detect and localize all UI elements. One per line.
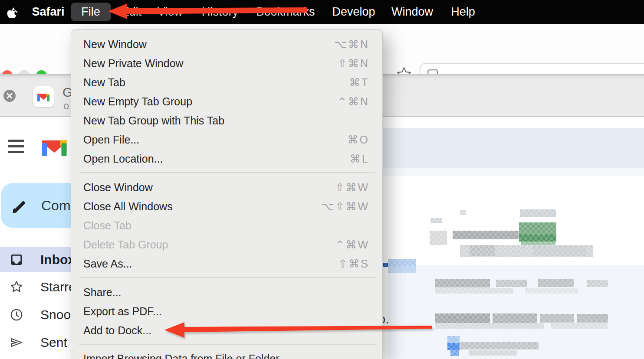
menu-separator: [79, 172, 375, 173]
close-icon: [7, 93, 13, 99]
menu-item-new-tab[interactable]: New Tab⌘T: [71, 73, 382, 92]
gmail-logo-icon: [42, 137, 67, 156]
sidebar-item-snoozed[interactable]: Snoozed: [0, 302, 82, 327]
star-outline-icon: [10, 280, 23, 294]
menu-item-open-location[interactable]: Open Location...⌘L: [71, 149, 382, 168]
menu-item-import-browsing-data[interactable]: Import Browsing Data from File or Folder: [71, 349, 382, 359]
menu-item-close-tab: Close Tab: [71, 216, 382, 235]
macos-menubar: Safari File Edit View History Bookmarks …: [0, 0, 644, 24]
menubar-item-help[interactable]: Help: [451, 0, 475, 24]
menu-item-new-private-window[interactable]: New Private Window⇧⌘N: [71, 54, 382, 73]
menu-item-share[interactable]: Share...: [71, 283, 382, 302]
menubar-item-edit[interactable]: Edit: [122, 0, 142, 24]
file-menu-panel: New Window⌥⌘N New Private Window⇧⌘N New …: [71, 29, 383, 359]
menu-item-open-file[interactable]: Open File...⌘O: [71, 130, 382, 149]
gmail-menu-icon[interactable]: [8, 140, 24, 153]
banner-subtitle-fragment: o: [63, 100, 69, 112]
menubar-item-bookmarks[interactable]: Bookmarks: [256, 0, 315, 24]
menu-separator: [79, 344, 375, 345]
banner-close-button[interactable]: [3, 90, 16, 102]
menu-item-close-all-windows[interactable]: Close All Windows⌥⇧⌘W: [71, 197, 382, 216]
apple-icon[interactable]: [6, 6, 17, 18]
menu-item-new-window[interactable]: New Window⌥⌘N: [71, 35, 382, 54]
sidebar-item-starred[interactable]: Starred: [0, 274, 82, 300]
gmail-app-icon: [33, 86, 54, 107]
pencil-icon: [11, 197, 29, 214]
menubar-item-file[interactable]: File: [81, 0, 100, 24]
menubar-item-window[interactable]: Window: [391, 0, 433, 24]
inbox-icon: [10, 253, 23, 267]
clock-icon: [10, 308, 23, 322]
menu-item-delete-tab-group: Delete Tab Group⌃⌘W: [71, 235, 382, 254]
send-icon: [10, 336, 23, 349]
menu-item-new-empty-tab-group[interactable]: New Empty Tab Group⌃⌘N: [71, 92, 382, 111]
menubar-item-view[interactable]: View: [158, 0, 183, 24]
menu-item-export-as-pdf[interactable]: Export as PDF...: [71, 302, 382, 321]
menubar-item-safari[interactable]: Safari: [32, 0, 64, 24]
menu-item-add-to-dock[interactable]: Add to Dock...: [71, 321, 382, 340]
menubar-item-develop[interactable]: Develop: [332, 0, 375, 24]
screenshot-root: Compose Inbox Starred Snoozed Sent: [0, 0, 644, 359]
sidebar-item-sent[interactable]: Sent: [0, 330, 82, 355]
menu-item-close-window[interactable]: Close Window⇧⌘W: [71, 178, 382, 197]
menubar-item-history[interactable]: History: [202, 0, 238, 24]
sidebar-item-inbox[interactable]: Inbox: [0, 247, 82, 272]
menu-separator: [79, 277, 375, 278]
menu-item-save-as[interactable]: Save As...⇧⌘S: [71, 254, 382, 273]
compose-button[interactable]: Compose: [1, 183, 81, 228]
menu-item-new-tab-group-with-this-tab[interactable]: New Tab Group with This Tab: [71, 111, 382, 130]
